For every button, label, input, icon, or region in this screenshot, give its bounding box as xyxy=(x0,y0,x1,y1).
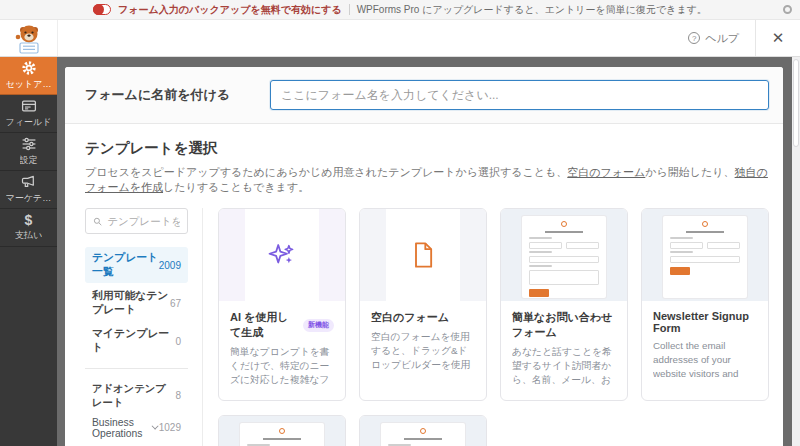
form-name-label: フォームに名前を付ける xyxy=(85,86,270,104)
card-description: あなたと話すことを希望するサイト訪問者から、名前、メール、およびメッセージを収集… xyxy=(512,345,616,389)
template-category-list: アドオンテンプレート 8 Business Operations 1029 Ca… xyxy=(85,378,188,446)
card-body: 簡単なお問い合わせフォーム あなたと話すことを希望するサイト訪問者から、名前、メ… xyxy=(501,301,627,400)
builder-header: ? ヘルプ ✕ xyxy=(0,20,800,57)
list-item-label: マイテンプレート xyxy=(92,327,175,355)
template-search-input[interactable] xyxy=(107,215,180,227)
wpforms-logo xyxy=(0,20,58,56)
card-body: Newsletter Signup Form Collect the email… xyxy=(642,301,768,394)
category-count: 8 xyxy=(175,390,181,401)
template-search[interactable] xyxy=(85,208,188,234)
form-name-input[interactable] xyxy=(270,80,769,110)
list-item-label: 利用可能なテンプレート xyxy=(92,289,170,317)
category-addon-templates[interactable]: アドオンテンプレート 8 xyxy=(85,378,188,413)
sidebar-item-payments[interactable]: $ 支払い xyxy=(0,209,57,247)
card-body: 空白のフォーム 空白のフォームを使用すると、ドラッグ&ドロップビルダーを使用して… xyxy=(360,301,486,385)
template-card-row2-2[interactable] xyxy=(359,415,487,446)
bear-mascot-icon xyxy=(12,22,46,54)
builder-sidebar: セットア… フィールド 設定 xyxy=(0,57,57,446)
banner-divider xyxy=(349,4,350,15)
list-item-available-templates[interactable]: 利用可能なテンプレート 67 xyxy=(85,285,188,321)
scrollbar-track[interactable] xyxy=(792,57,800,446)
preview-sheet xyxy=(245,209,318,301)
sidebar-item-setup[interactable]: セットア… xyxy=(0,57,57,95)
list-item-label: テンプレート一覧 xyxy=(92,251,159,279)
header-spacer xyxy=(58,20,672,56)
card-preview xyxy=(219,209,345,301)
desc-text: したりすることもできます。 xyxy=(163,181,309,193)
banner-dismiss-icon[interactable] xyxy=(783,5,792,14)
section-title: テンプレートを選択 xyxy=(85,139,769,158)
scrollbar-thumb[interactable] xyxy=(793,59,799,147)
setup-panel: フォームに名前を付ける テンプレートを選択 プロセスをスピードアップするためにあ… xyxy=(65,67,783,446)
sidebar-item-settings[interactable]: 設定 xyxy=(0,133,57,171)
blank-document-icon xyxy=(411,241,435,269)
list-item-count: 0 xyxy=(175,336,181,347)
sidebar-item-label: 支払い xyxy=(15,229,42,242)
template-card-blank-form[interactable]: 空白のフォーム 空白のフォームを使用すると、ドラッグ&ドロップビルダーを使用して… xyxy=(359,208,487,401)
category-label: Business Operations xyxy=(92,417,149,439)
section-description: プロセスをスピードアップするためにあらかじめ用意されたテンプレートから選択するこ… xyxy=(85,165,769,195)
desc-text: プロセスをスピードアップするためにあらかじめ用意されたテンプレートから選択するこ… xyxy=(85,166,567,178)
sidebar-item-fields[interactable]: フィールド xyxy=(0,95,57,133)
category-count: 1029 xyxy=(159,422,181,433)
upgrade-banner: フォーム入力のバックアップを無料で有効にする WPForms Pro にアップグ… xyxy=(0,0,800,20)
close-builder-button[interactable]: ✕ xyxy=(756,20,800,56)
template-primary-list: テンプレート一覧 2009 利用可能なテンプレート 67 マイテンプレート 0 xyxy=(85,247,188,359)
card-title: 簡単なお問い合わせフォーム xyxy=(512,310,616,340)
list-divider xyxy=(85,368,188,369)
megaphone-icon xyxy=(20,174,37,190)
form-preview-thumbnail xyxy=(240,423,323,446)
banner-enable-link[interactable]: フォーム入力のバックアップを無料で有効にする xyxy=(118,3,342,17)
form-name-row: フォームに名前を付ける xyxy=(65,67,783,124)
card-title: Newsletter Signup Form xyxy=(653,310,757,334)
card-description: 空白のフォームを使用すると、ドラッグ&ドロップビルダーを使用して、あらゆる種類の… xyxy=(371,330,475,374)
card-description: 簡単なプロンプトを書くだけで、特定のニーズに対応した複雑なフォームを作成できます… xyxy=(230,345,334,389)
gear-icon xyxy=(21,60,37,76)
template-card-row2-1[interactable] xyxy=(218,415,346,446)
sidebar-item-label: セットア… xyxy=(6,78,52,91)
backup-toggle-icon[interactable] xyxy=(93,4,111,15)
fields-icon xyxy=(21,98,37,114)
sliders-icon xyxy=(21,136,37,152)
form-preview-thumbnail xyxy=(522,216,605,298)
sidebar-item-marketing[interactable]: マーケテ… xyxy=(0,171,57,209)
preview-sheet xyxy=(386,209,459,301)
help-button[interactable]: ? ヘルプ xyxy=(672,20,755,56)
search-icon xyxy=(93,216,102,227)
card-preview xyxy=(501,209,627,301)
list-item-count: 67 xyxy=(170,298,181,309)
banner-message: WPForms Pro にアップグレードすると、エントリーを簡単に復元できます。 xyxy=(357,3,707,17)
help-label: ヘルプ xyxy=(705,31,739,46)
card-preview xyxy=(360,416,486,446)
chevron-down-icon xyxy=(151,423,158,430)
close-icon: ✕ xyxy=(772,29,785,47)
card-preview xyxy=(219,416,345,446)
new-badge: 新機能 xyxy=(303,319,334,332)
list-item-all-templates[interactable]: テンプレート一覧 2009 xyxy=(85,247,188,283)
category-label: アドオンテンプレート xyxy=(92,382,175,410)
card-preview xyxy=(642,209,768,301)
template-section: テンプレートを選択 プロセスをスピードアップするためにあらかじめ用意されたテンプ… xyxy=(65,124,783,446)
card-title: AI を使用して生成 xyxy=(230,310,298,340)
dollar-icon: $ xyxy=(25,213,33,227)
template-card-generate-with-ai[interactable]: AI を使用して生成 新機能 簡単なプロンプトを書くだけで、特定のニーズに対応し… xyxy=(218,208,346,401)
sidebar-item-label: フィールド xyxy=(6,116,52,129)
help-icon: ? xyxy=(688,32,700,44)
card-preview xyxy=(360,209,486,301)
sparkles-icon xyxy=(267,240,297,270)
card-body: AI を使用して生成 新機能 簡単なプロンプトを書くだけで、特定のニーズに対応し… xyxy=(219,301,345,400)
list-item-my-templates[interactable]: マイテンプレート 0 xyxy=(85,323,188,359)
template-card-newsletter-signup[interactable]: Newsletter Signup Form Collect the email… xyxy=(641,208,769,401)
template-card-grid: AI を使用して生成 新機能 簡単なプロンプトを書くだけで、特定のニーズに対応し… xyxy=(218,208,769,446)
template-card-simple-contact-form[interactable]: 簡単なお問い合わせフォーム あなたと話すことを希望するサイト訪問者から、名前、メ… xyxy=(500,208,628,401)
blank-form-link[interactable]: 空白のフォーム xyxy=(567,166,645,178)
builder-content-frame: フォームに名前を付ける テンプレートを選択 プロセスをスピードアップするためにあ… xyxy=(57,57,800,446)
category-calculator[interactable]: Calculator 138 xyxy=(85,442,188,446)
list-item-count: 2009 xyxy=(159,260,181,271)
card-title: 空白のフォーム xyxy=(371,310,449,325)
desc-text: から開始したり、 xyxy=(645,166,734,178)
template-filter-column: テンプレート一覧 2009 利用可能なテンプレート 67 マイテンプレート 0 xyxy=(85,208,203,446)
category-business-operations[interactable]: Business Operations 1029 xyxy=(85,413,188,442)
sidebar-item-label: 設定 xyxy=(20,154,38,167)
card-description: Collect the email addresses of your webs… xyxy=(653,339,757,383)
